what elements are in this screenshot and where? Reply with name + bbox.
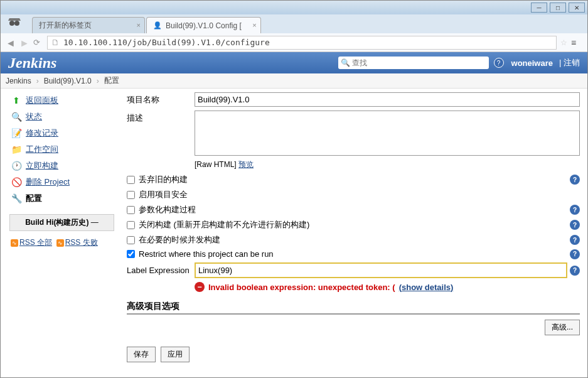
tab-new-tab[interactable]: 打开新的标签页 × bbox=[32, 17, 145, 33]
description-textarea[interactable] bbox=[195, 111, 580, 156]
jenkins-logo[interactable]: Jenkins bbox=[8, 55, 56, 72]
user-link[interactable]: woneiware bbox=[511, 58, 553, 68]
jenkins-header: Jenkins 🔍 ? woneiware 注销 bbox=[1, 52, 587, 73]
breadcrumb-configure[interactable]: 配置 bbox=[104, 75, 119, 86]
validation-error: − Invalid boolean expression: unexpected… bbox=[195, 282, 580, 292]
sidebar-item-label: 立即构建 bbox=[26, 160, 58, 171]
jenkins-favicon: 👤 bbox=[153, 21, 162, 30]
maximize-button[interactable]: □ bbox=[550, 3, 566, 13]
checkbox-label: 启用项目安全 bbox=[139, 189, 188, 200]
url-input[interactable]: 🗋 10.10.100.110/job/Build(99).V1.0/confi… bbox=[47, 36, 557, 50]
sidebar: ⬆返回面板 🔍状态 📝修改记录 📁工作空间 🕐立即构建 🚫删除 Project … bbox=[1, 89, 123, 370]
rss-fail-link[interactable]: RSS 失败 bbox=[65, 238, 98, 247]
breadcrumb-jenkins[interactable]: Jenkins bbox=[6, 77, 31, 85]
preview-link[interactable]: 预览 bbox=[238, 160, 254, 169]
window-titlebar: ─ □ ✕ bbox=[1, 1, 587, 14]
gear-icon: 🔧 bbox=[11, 193, 22, 204]
rss-links: ∿RSS 全部 ∿RSS 失败 bbox=[1, 235, 123, 251]
reload-icon[interactable]: ⟳ bbox=[33, 38, 43, 48]
sidebar-item-delete[interactable]: 🚫删除 Project bbox=[1, 174, 123, 190]
rss-icon: ∿ bbox=[56, 239, 64, 247]
clock-icon: 🕐 bbox=[11, 160, 22, 171]
tab-strip: 打开新的标签页 × 👤 Build(99).V1.0 Config [ × bbox=[1, 14, 587, 33]
help-icon[interactable]: ? bbox=[570, 249, 580, 259]
raw-html-label: [Raw HTML] bbox=[195, 160, 237, 169]
help-icon[interactable]: ? bbox=[494, 58, 504, 68]
apply-button[interactable]: 应用 bbox=[161, 347, 190, 362]
error-text: Invalid boolean expression: unexpected t… bbox=[208, 283, 395, 292]
error-icon: − bbox=[195, 282, 205, 292]
project-name-input[interactable] bbox=[195, 92, 580, 107]
concurrent-checkbox[interactable] bbox=[127, 236, 135, 244]
tab-jenkins-config[interactable]: 👤 Build(99).V1.0 Config [ × bbox=[146, 17, 261, 33]
enable-security-checkbox[interactable] bbox=[127, 191, 135, 199]
sidebar-item-label: 工作空间 bbox=[26, 144, 58, 155]
rss-icon: ∿ bbox=[11, 239, 18, 247]
sidebar-item-label: 删除 Project bbox=[26, 176, 70, 188]
help-icon[interactable]: ? bbox=[570, 235, 580, 245]
parameterized-checkbox[interactable] bbox=[127, 206, 135, 214]
back-icon[interactable]: ◄ bbox=[6, 38, 16, 48]
close-window-button[interactable]: ✕ bbox=[569, 3, 585, 13]
checkbox-label: Restrict where this project can be run bbox=[139, 249, 274, 259]
svg-point-1 bbox=[14, 21, 19, 26]
bookmark-icon[interactable]: ☆ bbox=[560, 38, 567, 47]
breadcrumb-job[interactable]: Build(99).V1.0 bbox=[44, 77, 92, 85]
rss-all-link[interactable]: RSS 全部 bbox=[19, 238, 52, 247]
sidebar-item-changes[interactable]: 📝修改记录 bbox=[1, 125, 123, 141]
search-input[interactable] bbox=[352, 58, 486, 67]
notepad-icon: 📝 bbox=[11, 127, 22, 139]
forward-icon[interactable]: ► bbox=[19, 38, 29, 48]
tab-label: Build(99).V1.0 Config [ bbox=[166, 21, 242, 30]
delete-icon: 🚫 bbox=[11, 176, 22, 188]
svg-point-0 bbox=[9, 21, 14, 26]
help-icon[interactable]: ? bbox=[570, 205, 580, 215]
show-details-link[interactable]: (show details) bbox=[399, 283, 454, 292]
incognito-icon bbox=[7, 17, 22, 28]
discard-old-checkbox[interactable] bbox=[127, 176, 135, 184]
help-icon[interactable]: ? bbox=[570, 220, 580, 230]
tab-label: 打开新的标签页 bbox=[39, 20, 92, 31]
config-form: 项目名称 描述 [Raw HTML] 预览 丢弃旧的构建? 启用项目安全 参数化… bbox=[123, 89, 587, 370]
chevron-right-icon: › bbox=[97, 77, 99, 85]
logout-link[interactable]: 注销 bbox=[559, 57, 580, 68]
save-button[interactable]: 保存 bbox=[127, 347, 156, 362]
checkbox-label: 在必要的时候并发构建 bbox=[139, 234, 220, 246]
build-history-header[interactable]: Build Hi(构建历史) — bbox=[9, 214, 114, 231]
sidebar-item-label: 配置 bbox=[26, 193, 42, 204]
sidebar-item-label: 状态 bbox=[26, 111, 42, 122]
search-box[interactable]: 🔍 bbox=[338, 57, 489, 69]
sidebar-item-back[interactable]: ⬆返回面板 bbox=[1, 92, 123, 109]
sidebar-item-status[interactable]: 🔍状态 bbox=[1, 109, 123, 125]
up-arrow-icon: ⬆ bbox=[11, 95, 22, 106]
advanced-button[interactable]: 高级... bbox=[545, 320, 580, 335]
close-icon[interactable]: × bbox=[252, 21, 256, 29]
help-icon[interactable]: ? bbox=[570, 175, 580, 185]
url-text: 10.10.100.110/job/Build(99).V1.0/configu… bbox=[63, 38, 270, 47]
help-icon[interactable]: ? bbox=[570, 266, 580, 276]
restrict-checkbox[interactable] bbox=[127, 250, 135, 258]
minimize-button[interactable]: ─ bbox=[531, 3, 547, 13]
label-expression-input[interactable] bbox=[195, 262, 567, 278]
search-icon: 🔍 bbox=[11, 111, 22, 122]
checkbox-label: 丢弃旧的构建 bbox=[139, 174, 188, 185]
close-icon[interactable]: × bbox=[137, 21, 141, 29]
project-name-label: 项目名称 bbox=[127, 92, 195, 105]
sidebar-item-label: 修改记录 bbox=[26, 127, 58, 139]
chrome-menu-icon[interactable]: ≡ bbox=[571, 38, 582, 48]
checkbox-label: 关闭构建 (重新开启构建前不允许进行新的构建) bbox=[139, 219, 309, 230]
disable-build-checkbox[interactable] bbox=[127, 221, 135, 229]
sidebar-item-configure[interactable]: 🔧配置 bbox=[1, 190, 123, 207]
checkbox-label: 参数化构建过程 bbox=[139, 204, 196, 215]
page-icon: 🗋 bbox=[51, 38, 60, 47]
chevron-right-icon: › bbox=[36, 77, 39, 85]
sidebar-item-workspace[interactable]: 📁工作空间 bbox=[1, 141, 123, 158]
sidebar-item-build-now[interactable]: 🕐立即构建 bbox=[1, 158, 123, 174]
sidebar-item-label: 返回面板 bbox=[26, 95, 58, 106]
label-expression-label: Label Expression bbox=[127, 266, 195, 275]
advanced-section-header: 高级项目选项 bbox=[127, 301, 580, 315]
folder-icon: 📁 bbox=[11, 144, 22, 155]
address-bar: ◄ ► ⟳ 🗋 10.10.100.110/job/Build(99).V1.0… bbox=[1, 33, 587, 52]
description-label: 描述 bbox=[127, 111, 195, 124]
breadcrumb: Jenkins › Build(99).V1.0 › 配置 bbox=[1, 73, 587, 89]
